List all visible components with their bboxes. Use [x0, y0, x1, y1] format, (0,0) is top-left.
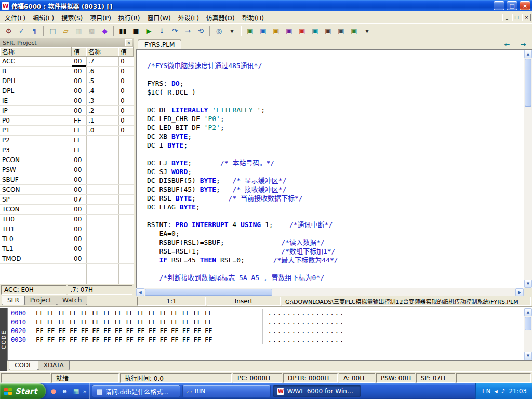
- sfr-register-value[interactable]: 00: [72, 175, 86, 185]
- sfr-register-name[interactable]: IE: [0, 96, 72, 106]
- memory-tab-xdata[interactable]: XDATA: [38, 361, 70, 370]
- sfr-register-value[interactable]: 00: [72, 205, 86, 215]
- editor-vscroll-thumb[interactable]: [525, 59, 531, 107]
- sfr-register-name[interactable]: DPL: [0, 86, 72, 96]
- sfr-bit-value[interactable]: [118, 215, 134, 224]
- memory-bytes[interactable]: FF FF FF FF FF FF FF FF FF FF FF FF FF F…: [36, 309, 212, 318]
- sfr-bit-name[interactable]: [86, 185, 118, 195]
- sfr-register-value[interactable]: 00: [72, 165, 86, 175]
- trace-into-button[interactable]: ↓: [155, 25, 168, 37]
- minimize-button[interactable]: _: [494, 1, 504, 10]
- memory-bytes[interactable]: FF FF FF FF FF FF FF FF FF FF FF FF FF F…: [36, 327, 212, 336]
- maximize-button[interactable]: □: [507, 1, 517, 10]
- window-code-button[interactable]: ▣: [270, 25, 283, 37]
- sfr-register-name[interactable]: IP: [0, 106, 72, 116]
- sfr-panel-close-button[interactable]: ×: [125, 39, 132, 46]
- sfr-register-name[interactable]: SCON: [0, 185, 72, 195]
- window-data-button[interactable]: ▣: [257, 25, 270, 37]
- window-port-button[interactable]: ▣: [309, 25, 322, 37]
- sfr-register-value[interactable]: 00: [72, 155, 86, 165]
- quick-launch-media[interactable]: ●: [49, 387, 58, 396]
- pause-button[interactable]: ▮▮: [116, 25, 129, 37]
- toolbar-overflow-button[interactable]: ▾: [361, 25, 374, 37]
- sfr-register-value[interactable]: 07: [72, 195, 86, 205]
- menu-item-8[interactable]: 帮助(H): [238, 11, 268, 23]
- sfr-bit-name[interactable]: [86, 215, 118, 224]
- sfr-bit-name[interactable]: .7: [86, 57, 118, 66]
- sfr-panel-caption[interactable]: SFR, Project ×: [0, 38, 134, 47]
- sfr-register-value[interactable]: 00: [72, 66, 86, 76]
- menu-item-2[interactable]: 搜索(S): [58, 11, 86, 23]
- sfr-register-value[interactable]: FF: [72, 136, 86, 145]
- mdi-minimize-button[interactable]: _: [502, 14, 511, 21]
- sfr-bit-name[interactable]: [86, 224, 118, 234]
- language-indicator[interactable]: EN: [482, 388, 491, 395]
- forward-arrow-icon[interactable]: →: [517, 40, 529, 48]
- reset-button[interactable]: ⟲: [194, 25, 207, 37]
- sfr-register-value[interactable]: FF: [72, 126, 86, 136]
- mdi-close-button[interactable]: ×: [522, 14, 531, 21]
- view-select-button[interactable]: ▾: [225, 25, 238, 37]
- sfr-bit-value[interactable]: [118, 224, 134, 234]
- memory-scroll-up-icon[interactable]: ▲: [524, 308, 532, 316]
- window-lcd-button[interactable]: ▣: [348, 25, 361, 37]
- options-button[interactable]: ¶: [28, 25, 41, 37]
- peripheral-button[interactable]: ◆: [98, 25, 111, 37]
- back-arrow-icon[interactable]: ←: [501, 40, 513, 48]
- sfr-bit-value[interactable]: 0: [118, 126, 134, 136]
- sfr-bit-value[interactable]: [118, 155, 134, 165]
- sfr-bit-name[interactable]: [86, 136, 118, 145]
- sfr-tab-project[interactable]: Project: [24, 296, 57, 305]
- sfr-register-value[interactable]: 00: [72, 215, 86, 224]
- sfr-register-name[interactable]: PSW: [0, 165, 72, 175]
- sfr-register-value[interactable]: 00: [72, 234, 86, 244]
- sfr-register-name[interactable]: ACC: [0, 57, 72, 66]
- code-area[interactable]: /*FYS微电脑线速度计通过485通讯*/ FYRS: DO;$IC( R.DC…: [137, 50, 524, 288]
- scroll-left-icon[interactable]: ◀: [136, 288, 144, 296]
- sfr-register-name[interactable]: TL1: [0, 244, 72, 254]
- window-watch-button[interactable]: ▣: [283, 25, 296, 37]
- sfr-bit-value[interactable]: [118, 165, 134, 175]
- sfr-bit-name[interactable]: [86, 165, 118, 175]
- editor-tab-fyrs-plm[interactable]: FYRS.PLM: [138, 39, 181, 49]
- step-over-button[interactable]: ↷: [168, 25, 181, 37]
- sfr-bit-value[interactable]: [118, 145, 134, 155]
- stop-button[interactable]: ■: [129, 25, 142, 37]
- sfr-register-name[interactable]: TL0: [0, 234, 72, 244]
- sfr-bit-name[interactable]: .6: [86, 66, 118, 76]
- sfr-bit-value[interactable]: [118, 195, 134, 205]
- scroll-up-icon[interactable]: ▲: [524, 50, 532, 58]
- sfr-bit-value[interactable]: [118, 244, 134, 254]
- sfr-bit-value[interactable]: 0: [118, 116, 134, 126]
- sfr-bit-name[interactable]: .2: [86, 106, 118, 116]
- sfr-bit-name[interactable]: .3: [86, 96, 118, 106]
- sfr-register-name[interactable]: SP: [0, 195, 72, 205]
- memory-scroll-down-icon[interactable]: ▼: [524, 352, 532, 360]
- mdi-restore-button[interactable]: □: [512, 14, 521, 21]
- sfr-bit-name[interactable]: [86, 175, 118, 185]
- quick-launch-desktop[interactable]: ▦: [72, 387, 81, 396]
- sfr-bit-value[interactable]: 0: [118, 86, 134, 96]
- new-file-button[interactable]: ▤: [46, 25, 59, 37]
- sfr-register-name[interactable]: TH0: [0, 215, 72, 224]
- sfr-register-name[interactable]: P0: [0, 116, 72, 126]
- editor-hscroll-thumb[interactable]: [145, 289, 272, 296]
- tray-collapse-icon[interactable]: ◀: [495, 389, 498, 394]
- sfr-register-name[interactable]: TH1: [0, 224, 72, 234]
- sfr-register-name[interactable]: P1: [0, 126, 72, 136]
- sfr-register-name[interactable]: TCON: [0, 205, 72, 215]
- sfr-bit-value[interactable]: 0: [118, 76, 134, 86]
- sfr-bit-name[interactable]: .5: [86, 76, 118, 86]
- sfr-register-name[interactable]: P2: [0, 136, 72, 145]
- taskbar-task-2[interactable]: WWAVE 6000 for Windo...: [273, 385, 361, 397]
- start-button[interactable]: Start: [0, 383, 46, 399]
- stopwatch-button[interactable]: ◎: [212, 25, 225, 37]
- sfr-register-value[interactable]: 00: [72, 76, 86, 86]
- sfr-bit-value[interactable]: [118, 175, 134, 185]
- sfr-bit-name[interactable]: [86, 254, 118, 264]
- window-stack-button[interactable]: ▣: [296, 25, 309, 37]
- sfr-register-value[interactable]: 00: [72, 244, 86, 254]
- taskbar-task-0[interactable]: ▤请问.ddb是什么格式...: [92, 385, 180, 397]
- sfr-bit-name[interactable]: [86, 244, 118, 254]
- memory-scroll-thumb[interactable]: [525, 317, 531, 330]
